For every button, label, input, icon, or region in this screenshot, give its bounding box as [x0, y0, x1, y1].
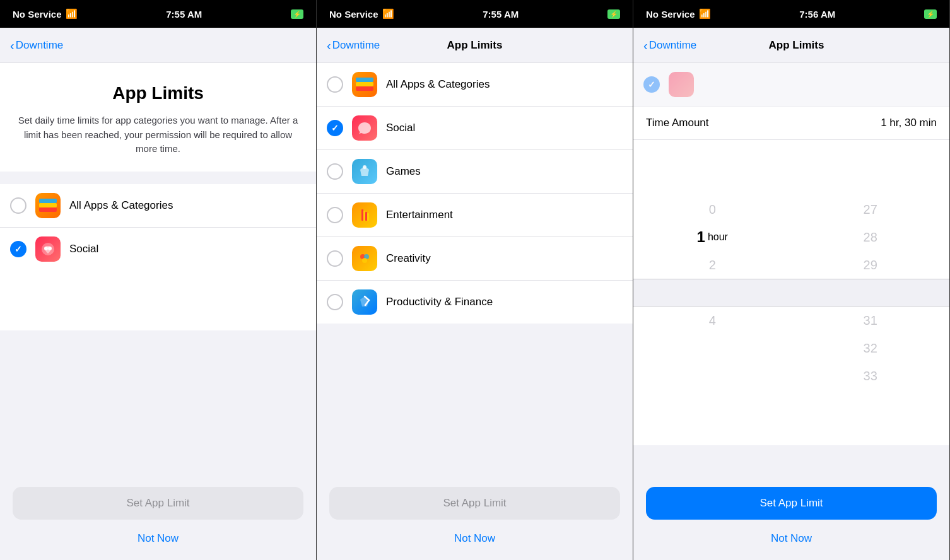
games-label-2: Games — [386, 165, 623, 178]
picker-wrapper[interactable]: 0 1 hour 2 3 4 27 28 29 30 min 3 — [633, 140, 949, 445]
time-amount-label: Time Amount — [646, 117, 709, 129]
status-bar-1: No Service 📶 7:55 AM ⚡ — [0, 0, 316, 28]
list-item[interactable]: All Apps & Categories — [317, 63, 633, 107]
all-apps-label-2: All Apps & Categories — [386, 78, 623, 91]
scrolled-item — [633, 63, 949, 107]
time-3: 7:56 AM — [799, 9, 835, 20]
list-item[interactable]: Social — [317, 107, 633, 150]
filler-1 — [0, 330, 316, 477]
not-now-button-1[interactable]: Not Now — [13, 527, 303, 550]
bottom-section-1: Set App Limit Not Now — [0, 477, 316, 560]
carrier-3: No Service 📶 — [646, 8, 711, 20]
all-apps-icon-1 — [35, 193, 61, 218]
svg-rect-8 — [356, 78, 373, 82]
radio-games-2[interactable] — [327, 163, 343, 180]
svg-rect-12 — [365, 212, 367, 221]
radio-creativity-2[interactable] — [327, 250, 343, 267]
svg-rect-13 — [367, 213, 369, 221]
back-label-1: Downtime — [16, 39, 64, 52]
intro-description: Set daily time limits for app categories… — [15, 114, 301, 156]
list-item[interactable]: Creativity — [317, 237, 633, 281]
list-item[interactable]: Games — [317, 150, 633, 194]
svg-rect-7 — [356, 82, 373, 86]
picker-items-minutes: 27 28 29 30 min 31 32 33 — [843, 140, 898, 445]
radio-social-2[interactable] — [327, 120, 343, 136]
svg-point-9 — [363, 165, 367, 169]
status-bar-3: No Service 📶 7:56 AM ⚡ — [633, 0, 949, 28]
back-label-3: Downtime — [649, 39, 697, 52]
picker-item: 0 — [687, 195, 738, 223]
spacer-1 — [0, 172, 316, 184]
social-icon-1 — [35, 236, 61, 262]
svg-rect-10 — [361, 209, 363, 221]
list-item[interactable]: Productivity & Finance — [317, 281, 633, 324]
wifi-icon-1: 📶 — [66, 8, 78, 20]
set-app-limit-button-2[interactable]: Set App Limit — [329, 487, 620, 520]
svg-rect-11 — [363, 211, 365, 221]
nav-bar-1: ‹ Downtime — [0, 28, 316, 63]
nav-bar-3: ‹ Downtime App Limits — [633, 28, 949, 63]
screen-content-2: All Apps & Categories Social — [317, 63, 633, 560]
scrolled-icon — [669, 72, 694, 97]
intro-title: App Limits — [15, 83, 301, 103]
nav-title-2: App Limits — [447, 39, 503, 52]
creativity-icon-2 — [352, 246, 377, 271]
filler-3 — [633, 445, 949, 477]
category-list-1: All Apps & Categories Social — [0, 184, 316, 330]
picker-item: 2 — [687, 251, 738, 279]
time-1: 7:55 AM — [166, 9, 202, 20]
svg-point-5 — [48, 247, 52, 250]
back-button-2[interactable]: ‹ Downtime — [327, 39, 380, 52]
radio-entertainment-2[interactable] — [327, 207, 343, 223]
panel-2: No Service 📶 7:55 AM ⚡ ‹ Downtime App Li… — [317, 0, 633, 560]
radio-social-1[interactable] — [10, 241, 26, 257]
back-button-3[interactable]: ‹ Downtime — [643, 39, 696, 52]
carrier-text-1: No Service — [13, 9, 62, 20]
all-apps-icon-2 — [352, 72, 377, 97]
social-label-1: Social — [69, 243, 306, 255]
picker-item: 32 — [843, 334, 898, 362]
creativity-label-2: Creativity — [386, 252, 623, 265]
intro-section: App Limits Set daily time limits for app… — [0, 63, 316, 172]
games-icon-2 — [352, 159, 377, 184]
svg-point-4 — [44, 247, 48, 250]
bottom-section-2: Set App Limit Not Now — [317, 477, 633, 560]
picker-items-hours: 0 1 hour 2 3 4 — [687, 140, 738, 390]
nav-title-3: App Limits — [769, 39, 824, 52]
battery-icon-3: ⚡ — [924, 9, 937, 19]
chevron-left-icon-2: ‹ — [327, 39, 331, 52]
svg-rect-6 — [356, 86, 373, 91]
radio-all-1[interactable] — [10, 197, 26, 214]
svg-rect-1 — [39, 203, 57, 207]
carrier-text-3: No Service — [646, 9, 695, 20]
list-item[interactable]: Social — [0, 228, 316, 271]
picker-item: 28 — [843, 223, 898, 251]
set-app-limit-button-1[interactable]: Set App Limit — [13, 487, 303, 520]
category-list-2: All Apps & Categories Social — [317, 63, 633, 324]
nav-bar-2: ‹ Downtime App Limits — [317, 28, 633, 63]
time-amount-row[interactable]: Time Amount 1 hr, 30 min — [633, 107, 949, 140]
time-2: 7:55 AM — [483, 9, 519, 20]
battery-icon-1: ⚡ — [291, 9, 303, 19]
productivity-label-2: Productivity & Finance — [386, 296, 623, 308]
list-item[interactable]: Entertainment — [317, 194, 633, 237]
radio-all-2[interactable] — [327, 76, 343, 93]
battery-2: ⚡ — [607, 9, 620, 19]
picker-item-selected-minute: 30 min — [843, 279, 898, 306]
minutes-column[interactable]: 27 28 29 30 min 31 32 33 — [792, 140, 950, 445]
not-now-button-2[interactable]: Not Now — [329, 527, 620, 550]
status-bar-2: No Service 📶 7:55 AM ⚡ — [317, 0, 633, 28]
filler-2 — [317, 324, 633, 477]
set-app-limit-button-3[interactable]: Set App Limit — [646, 487, 937, 520]
radio-productivity-2[interactable] — [327, 294, 343, 310]
picker-item-selected-hour: 1 hour — [687, 223, 738, 251]
back-button-1[interactable]: ‹ Downtime — [10, 39, 63, 52]
time-picker[interactable]: 0 1 hour 2 3 4 27 28 29 30 min 3 — [633, 140, 949, 445]
social-label-2: Social — [386, 122, 623, 134]
hours-column[interactable]: 0 1 hour 2 3 4 — [633, 140, 792, 445]
battery-3: ⚡ — [924, 9, 937, 19]
list-item[interactable]: All Apps & Categories — [0, 184, 316, 228]
not-now-button-3[interactable]: Not Now — [646, 527, 937, 550]
productivity-icon-2 — [352, 289, 377, 315]
carrier-text-2: No Service — [329, 9, 378, 20]
